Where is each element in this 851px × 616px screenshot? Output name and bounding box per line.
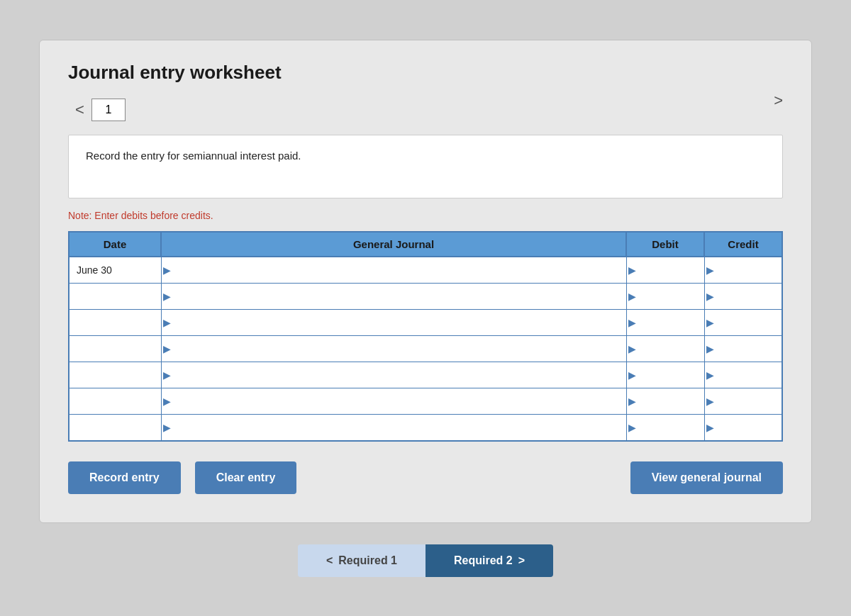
gj-input-6[interactable] <box>162 415 626 440</box>
gj-input-2[interactable] <box>162 310 626 335</box>
table-row: June 30▶▶▶ <box>69 257 782 284</box>
gj-arrow-icon-0: ▶ <box>163 264 171 276</box>
debit-arrow-icon-5: ▶ <box>628 396 636 407</box>
action-buttons-row: Record entry Clear entry View general jo… <box>68 461 783 494</box>
gj-input-1[interactable] <box>162 284 626 309</box>
header-debit: Debit <box>626 232 704 257</box>
credit-input-2[interactable] <box>705 310 782 335</box>
credit-arrow-icon-6: ▶ <box>706 422 714 433</box>
page-title: Journal entry worksheet <box>68 62 783 84</box>
credit-cell-4[interactable]: ▶ <box>704 362 782 388</box>
credit-cell-6[interactable]: ▶ <box>704 414 782 441</box>
credit-cell-1[interactable]: ▶ <box>704 283 782 309</box>
debit-arrow-icon-4: ▶ <box>628 369 636 381</box>
req2-label: Required 2 <box>454 554 513 567</box>
gj-input-5[interactable] <box>162 388 626 414</box>
gj-arrow-icon-2: ▶ <box>163 317 171 328</box>
table-row: ▶▶▶ <box>69 362 782 388</box>
credit-input-5[interactable] <box>705 388 782 414</box>
gj-arrow-icon-3: ▶ <box>163 343 171 354</box>
gj-cell-4[interactable]: ▶ <box>161 362 626 388</box>
gj-arrow-icon-1: ▶ <box>163 291 171 302</box>
gj-cell-6[interactable]: ▶ <box>161 414 626 441</box>
credit-arrow-icon-4: ▶ <box>706 369 714 381</box>
date-cell-2 <box>69 309 161 335</box>
debit-cell-3[interactable]: ▶ <box>626 335 704 362</box>
gj-input-3[interactable] <box>162 336 626 362</box>
debit-cell-6[interactable]: ▶ <box>626 414 704 441</box>
table-row: ▶▶▶ <box>69 414 782 441</box>
credit-input-1[interactable] <box>705 284 782 309</box>
instruction-text: Record the entry for semiannual interest… <box>86 150 301 162</box>
credit-input-6[interactable] <box>705 415 782 440</box>
debit-cell-0[interactable]: ▶ <box>626 257 704 284</box>
tab-nav-row: < 1 <box>68 98 783 122</box>
clear-entry-button[interactable]: Clear entry <box>195 461 297 494</box>
view-general-journal-button[interactable]: View general journal <box>630 461 783 494</box>
credit-arrow-icon-1: ▶ <box>706 291 714 302</box>
nav-left-arrow[interactable]: < <box>68 98 91 122</box>
req2-arrow-icon: > <box>518 554 525 567</box>
gj-input-4[interactable] <box>162 362 626 388</box>
debit-input-2[interactable] <box>627 310 704 335</box>
credit-input-3[interactable] <box>705 336 782 362</box>
gj-arrow-icon-5: ▶ <box>163 396 171 407</box>
debit-cell-4[interactable]: ▶ <box>626 362 704 388</box>
debit-cell-5[interactable]: ▶ <box>626 388 704 414</box>
gj-cell-0[interactable]: ▶ <box>161 257 626 284</box>
record-entry-button[interactable]: Record entry <box>68 461 181 494</box>
debit-input-0[interactable] <box>627 257 704 283</box>
header-credit: Credit <box>704 232 782 257</box>
debit-input-5[interactable] <box>627 388 704 414</box>
header-gj: General Journal <box>161 232 626 257</box>
credit-cell-5[interactable]: ▶ <box>704 388 782 414</box>
nav-right-arrow[interactable]: > <box>774 91 783 110</box>
credit-cell-0[interactable]: ▶ <box>704 257 782 284</box>
debit-input-1[interactable] <box>627 284 704 309</box>
bottom-navigation: < Required 1 Required 2 > <box>39 544 812 577</box>
gj-cell-2[interactable]: ▶ <box>161 309 626 335</box>
gj-cell-1[interactable]: ▶ <box>161 283 626 309</box>
credit-arrow-icon-0: ▶ <box>706 264 714 276</box>
credit-cell-3[interactable]: ▶ <box>704 335 782 362</box>
note-text: Note: Enter debits before credits. <box>68 210 783 221</box>
gj-arrow-icon-6: ▶ <box>163 422 171 433</box>
gj-cell-3[interactable]: ▶ <box>161 335 626 362</box>
debit-arrow-icon-1: ▶ <box>628 291 636 302</box>
gj-arrow-icon-4: ▶ <box>163 369 171 381</box>
table-row: ▶▶▶ <box>69 283 782 309</box>
date-cell-6 <box>69 414 161 441</box>
tab-number: 1 <box>91 99 126 121</box>
credit-arrow-icon-5: ▶ <box>706 396 714 407</box>
required-1-button[interactable]: < Required 1 <box>298 544 425 577</box>
date-cell-0: June 30 <box>69 257 161 284</box>
journal-table: Date General Journal Debit Credit June 3… <box>68 231 783 442</box>
debit-input-6[interactable] <box>627 415 704 440</box>
date-cell-4 <box>69 362 161 388</box>
debit-arrow-icon-6: ▶ <box>628 422 636 433</box>
debit-cell-1[interactable]: ▶ <box>626 283 704 309</box>
credit-arrow-icon-2: ▶ <box>706 317 714 328</box>
header-date: Date <box>69 232 161 257</box>
required-2-button[interactable]: Required 2 > <box>425 544 553 577</box>
date-cell-3 <box>69 335 161 362</box>
debit-arrow-icon-3: ▶ <box>628 343 636 354</box>
credit-input-4[interactable] <box>705 362 782 388</box>
debit-arrow-icon-0: ▶ <box>628 264 636 276</box>
table-row: ▶▶▶ <box>69 335 782 362</box>
date-cell-5 <box>69 388 161 414</box>
gj-input-0[interactable] <box>162 257 626 283</box>
table-row: ▶▶▶ <box>69 388 782 414</box>
instruction-box: Record the entry for semiannual interest… <box>68 135 783 198</box>
credit-cell-2[interactable]: ▶ <box>704 309 782 335</box>
table-row: ▶▶▶ <box>69 309 782 335</box>
debit-arrow-icon-2: ▶ <box>628 317 636 328</box>
worksheet-container: Journal entry worksheet < 1 > Record the… <box>39 40 812 523</box>
req1-arrow-icon: < <box>326 554 333 567</box>
credit-input-0[interactable] <box>705 257 782 283</box>
gj-cell-5[interactable]: ▶ <box>161 388 626 414</box>
debit-input-4[interactable] <box>627 362 704 388</box>
debit-input-3[interactable] <box>627 336 704 362</box>
debit-cell-2[interactable]: ▶ <box>626 309 704 335</box>
credit-arrow-icon-3: ▶ <box>706 343 714 354</box>
